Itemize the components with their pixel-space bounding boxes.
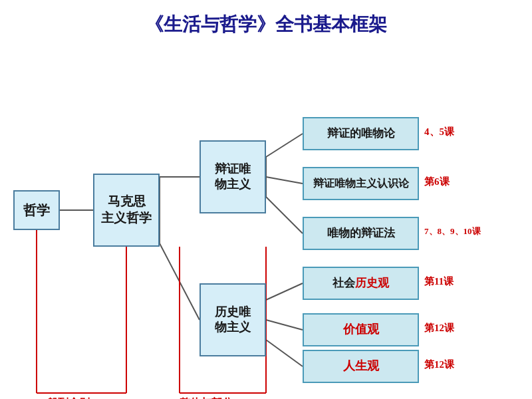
svg-line-2 bbox=[160, 243, 200, 320]
box-bianzhen: 辩证唯物主义 bbox=[200, 140, 266, 213]
box-bianzhendeweiwulun: 辩证的唯物论 bbox=[303, 117, 419, 150]
title: 《生活与哲学》全书基本框架 bbox=[0, 0, 532, 44]
box-makesi: 马克思主义哲学 bbox=[93, 174, 160, 247]
course-label-789: 7、8、9、10课 bbox=[424, 225, 481, 237]
course-label-12a: 第12课 bbox=[424, 322, 454, 334]
svg-line-8 bbox=[266, 283, 303, 300]
course-label-6: 第6课 bbox=[424, 176, 450, 188]
svg-line-6 bbox=[266, 197, 303, 233]
svg-line-9 bbox=[266, 320, 303, 330]
course-label-45: 4、5课 bbox=[424, 126, 454, 138]
connector-lines bbox=[0, 44, 532, 396]
svg-line-10 bbox=[266, 340, 303, 366]
box-lishi: 历史唯物主义 bbox=[200, 283, 266, 356]
box-jiazhi: 价值观 bbox=[303, 313, 419, 346]
box-rensheng: 人生观 bbox=[303, 350, 419, 383]
box-bianzhenfa: 唯物的辩证法 bbox=[303, 217, 419, 250]
svg-line-5 bbox=[266, 177, 303, 184]
svg-line-4 bbox=[266, 134, 303, 157]
course-label-11: 第11课 bbox=[424, 275, 454, 288]
label-yiban: 一般到个别 bbox=[37, 396, 90, 399]
box-zhexue: 哲学 bbox=[13, 190, 60, 230]
box-shehui: 社会历史观 bbox=[303, 267, 419, 300]
label-zhengti: 整体与部分 bbox=[180, 396, 233, 399]
course-label-12b: 第12课 bbox=[424, 358, 454, 371]
box-renshi: 辩证唯物主义认识论 bbox=[303, 167, 419, 200]
